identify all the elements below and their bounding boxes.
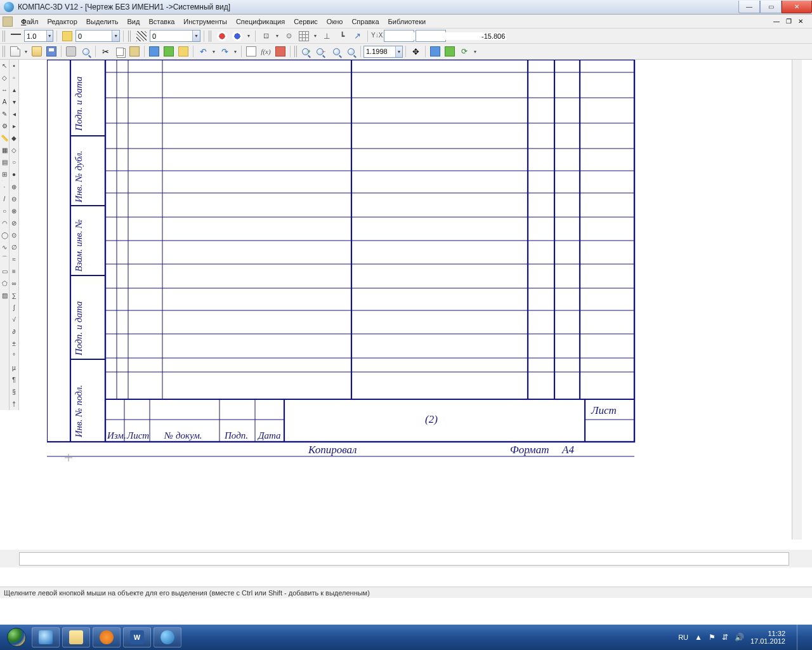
toolbar-grip[interactable] (3, 30, 6, 42)
spec-panel-icon[interactable]: ▤ (0, 156, 9, 168)
v2-8-icon[interactable]: ◇ (10, 144, 18, 156)
ortho-icon[interactable]: ⊥ (320, 29, 334, 43)
v2-14-icon[interactable]: ⊘ (10, 217, 18, 229)
v2-12-icon[interactable]: ⊖ (10, 193, 18, 205)
v2-16-icon[interactable]: ∅ (10, 241, 18, 253)
mdi-restore[interactable]: ❐ (783, 18, 794, 25)
task-wmp[interactable] (93, 627, 121, 647)
dropdown-icon[interactable]: ▼ (232, 44, 239, 58)
snap-end-icon[interactable]: ⊡ (259, 29, 273, 43)
magnet-off-icon[interactable] (230, 29, 244, 43)
toolbar-grip[interactable] (128, 30, 132, 42)
state-combo[interactable]: ▼ (150, 30, 200, 42)
vertical-scrollbar[interactable] (792, 60, 802, 540)
v2-3-icon[interactable]: ▴ (10, 84, 18, 96)
linewidth-input[interactable] (25, 32, 46, 40)
tray-lang[interactable]: RU (678, 633, 688, 641)
toolbar-grip[interactable] (3, 46, 6, 57)
open-icon[interactable] (30, 44, 44, 58)
v2-25-icon[interactable]: ° (10, 350, 18, 362)
v2-5-icon[interactable]: ◂ (10, 108, 18, 120)
v2-21-icon[interactable]: ∫ (10, 302, 18, 314)
dropdown-icon[interactable]: ▼ (274, 29, 280, 43)
close-button[interactable]: ✕ (782, 1, 812, 13)
v2-15-icon[interactable]: ⊙ (10, 229, 18, 241)
maximize-button[interactable]: ▭ (760, 1, 782, 13)
arc-tool-icon[interactable]: ◠ (0, 217, 9, 229)
menu-tools[interactable]: Инструменты (179, 16, 232, 27)
task-word[interactable]: W (123, 627, 151, 647)
v2-23-icon[interactable]: ∂ (10, 326, 18, 338)
measure-icon[interactable]: 📏 (0, 132, 9, 144)
show-desktop-button[interactable] (797, 625, 803, 650)
v2-2-icon[interactable]: ▫ (10, 72, 18, 84)
y-coord-input[interactable] (416, 32, 506, 40)
dimensions-icon[interactable]: ↔ (0, 84, 9, 96)
new-doc-icon[interactable] (8, 44, 22, 58)
point-tool-icon[interactable]: · (0, 181, 9, 193)
v2-19-icon[interactable]: ∞ (10, 277, 18, 289)
minimize-button[interactable]: — (738, 1, 760, 13)
y-coord-box[interactable] (416, 30, 446, 42)
v2-13-icon[interactable]: ⊗ (10, 205, 18, 217)
v2-7-icon[interactable]: ◆ (10, 132, 18, 144)
tray-flag-icon[interactable]: ⚑ (709, 633, 716, 642)
layer-combo[interactable]: ▼ (75, 30, 120, 42)
fillet-tool-icon[interactable]: ⌒ (0, 253, 9, 265)
drawing-sheet[interactable]: Инв. № подл. Подп. и дата Взам. инв. № И… (47, 60, 647, 517)
spec-icon[interactable] (244, 44, 258, 58)
task-kompas[interactable] (154, 627, 181, 647)
menu-service[interactable]: Сервис (289, 16, 322, 27)
circle-tool-icon[interactable]: ○ (0, 205, 9, 217)
redo-icon[interactable]: ↷ (218, 44, 232, 58)
v2-27-icon[interactable]: ¶ (10, 374, 18, 386)
line-tool-icon[interactable]: / (0, 193, 9, 205)
v2-6-icon[interactable]: ▸ (10, 120, 18, 132)
v2-18-icon[interactable]: ≡ (10, 265, 18, 277)
v2-26-icon[interactable]: µ (10, 362, 18, 374)
state-input[interactable] (150, 32, 192, 40)
menu-spec[interactable]: Спецификация (232, 16, 289, 27)
zoom-out-icon[interactable]: − (315, 44, 329, 58)
redraw2-icon[interactable]: ⟳ (457, 44, 471, 58)
dropdown-icon[interactable]: ▼ (23, 44, 29, 58)
paste-icon[interactable] (128, 44, 141, 58)
linestyle-icon[interactable] (9, 29, 23, 43)
mdi-close[interactable]: ✕ (796, 18, 806, 25)
tray-clock[interactable]: 11:32 17.01.2012 (750, 630, 785, 645)
cut-icon[interactable]: ✂ (98, 44, 112, 58)
task-explorer[interactable] (62, 627, 90, 647)
mdi-minimize[interactable]: — (771, 18, 782, 25)
save-icon[interactable] (44, 44, 58, 58)
menu-view[interactable]: Вид (123, 16, 145, 27)
v2-29-icon[interactable]: † (10, 398, 18, 410)
geometry-icon[interactable]: ◇ (0, 72, 9, 84)
zoom-combo[interactable]: ▼ (363, 46, 403, 58)
menu-libs[interactable]: Библиотеки (384, 16, 431, 27)
snap-mid-icon[interactable]: ⊙ (282, 29, 296, 43)
redraw-icon[interactable] (428, 44, 442, 58)
magnet-on-icon[interactable] (215, 29, 229, 43)
variables-icon[interactable]: f(x) (259, 44, 273, 58)
libraries-icon[interactable] (273, 44, 287, 58)
x-coord-box[interactable] (384, 30, 414, 42)
zoom-prev-icon[interactable] (344, 44, 358, 58)
cursor-icon[interactable]: ↖ (0, 60, 9, 72)
menu-select[interactable]: Выделить (82, 16, 123, 27)
grid-toggle-icon[interactable] (297, 29, 311, 43)
toolbar-grip[interactable] (294, 46, 298, 57)
select-icon[interactable]: ▦ (0, 144, 9, 156)
drawing-canvas[interactable]: Инв. № подл. Подп. и дата Взам. инв. № И… (19, 60, 802, 550)
properties-icon[interactable] (147, 44, 161, 58)
tray-up-icon[interactable]: ▲ (695, 633, 702, 642)
menu-insert[interactable]: Вставка (144, 16, 179, 27)
rect-tool-icon[interactable]: ▭ (0, 265, 9, 277)
dropdown-icon[interactable]: ▼ (472, 44, 478, 58)
dropdown-icon[interactable]: ▼ (211, 44, 217, 58)
chevron-down-icon[interactable]: ▼ (112, 30, 119, 41)
local-cs-icon[interactable]: ┗ (335, 29, 349, 43)
v2-24-icon[interactable]: ± (10, 338, 18, 350)
layer-icon[interactable] (60, 29, 74, 43)
assoc-icon[interactable]: ⊞ (0, 168, 9, 180)
menu-file[interactable]: ФФайл (16, 16, 43, 27)
